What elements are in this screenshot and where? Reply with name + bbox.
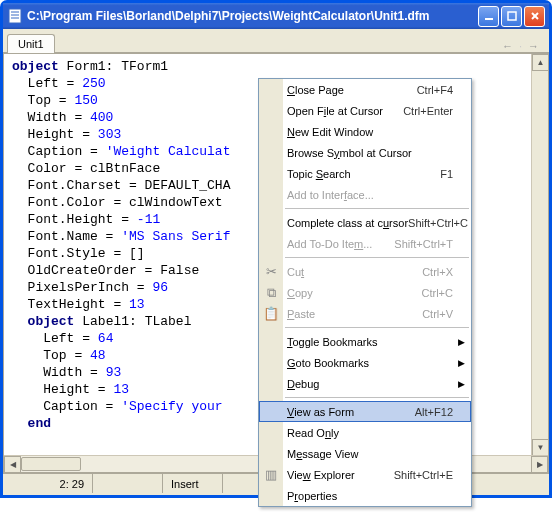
menu-item-shortcut: Ctrl+Enter <box>403 105 453 117</box>
menu-item-label: Complete class at cursor <box>287 217 408 229</box>
menu-separator <box>285 208 469 209</box>
menu-item-label: Toggle Bookmarks <box>287 336 453 348</box>
menu-item-label: Copy <box>287 287 422 299</box>
menu-item-18[interactable]: View as FormAlt+F12 <box>259 401 471 422</box>
app-icon <box>7 8 23 24</box>
menu-item-label: View Explorer <box>287 469 394 481</box>
menu-item-label: View as Form <box>287 406 415 418</box>
menu-item-19[interactable]: Read Only <box>259 422 471 443</box>
nav-back-icon[interactable]: ← <box>502 40 513 52</box>
scroll-right-button[interactable]: ▶ <box>531 456 548 473</box>
menu-item-0[interactable]: Close PageCtrl+F4 <box>259 79 471 100</box>
menu-item-10: ✂CutCtrl+X <box>259 261 471 282</box>
tab-strip: Unit1 ← · → <box>3 29 549 53</box>
scroll-left-button[interactable]: ◀ <box>4 456 21 473</box>
menu-icon: ✂ <box>263 264 279 280</box>
chevron-right-icon: ▶ <box>458 337 465 347</box>
status-position: 2: 29 <box>3 474 93 493</box>
svg-rect-5 <box>508 12 516 20</box>
menu-item-label: Topic Search <box>287 168 440 180</box>
titlebar[interactable]: C:\Program Files\Borland\Delphi7\Project… <box>3 3 549 29</box>
menu-item-shortcut: Shift+Ctrl+E <box>394 469 453 481</box>
maximize-button[interactable] <box>501 6 522 27</box>
menu-icon: ▥ <box>263 467 279 483</box>
minimize-button[interactable] <box>478 6 499 27</box>
menu-item-21[interactable]: ▥View ExplorerShift+Ctrl+E <box>259 464 471 485</box>
menu-icon: ⧉ <box>263 285 279 301</box>
menu-item-label: Paste <box>287 308 422 320</box>
close-button[interactable] <box>524 6 545 27</box>
nav-buttons: ← · → <box>502 40 545 52</box>
chevron-right-icon: ▶ <box>458 358 465 368</box>
window-title: C:\Program Files\Borland\Delphi7\Project… <box>27 9 478 23</box>
menu-item-16[interactable]: Debug▶ <box>259 373 471 394</box>
menu-item-shortcut: Shift+Ctrl+T <box>394 238 453 250</box>
menu-item-label: Cut <box>287 266 422 278</box>
menu-item-shortcut: Ctrl+F4 <box>417 84 453 96</box>
status-modified <box>93 474 163 493</box>
menu-item-shortcut: Ctrl+C <box>422 287 453 299</box>
svg-rect-4 <box>485 18 493 20</box>
menu-item-11: ⧉CopyCtrl+C <box>259 282 471 303</box>
vertical-scrollbar[interactable]: ▲ ▼ <box>531 54 548 456</box>
scroll-down-button[interactable]: ▼ <box>532 439 549 456</box>
menu-item-8: Add To-Do Item...Shift+Ctrl+T <box>259 233 471 254</box>
menu-item-shortcut: Ctrl+V <box>422 308 453 320</box>
menu-item-label: New Edit Window <box>287 126 453 138</box>
menu-item-shortcut: Alt+F12 <box>415 406 453 418</box>
window-buttons <box>478 6 545 27</box>
chevron-right-icon: ▶ <box>458 379 465 389</box>
nav-forward-icon[interactable]: → <box>528 40 539 52</box>
menu-item-label: Open File at Cursor <box>287 105 403 117</box>
menu-icon: 📋 <box>263 306 279 322</box>
menu-item-label: Debug <box>287 378 453 390</box>
menu-item-15[interactable]: Goto Bookmarks▶ <box>259 352 471 373</box>
status-insert-mode: Insert <box>163 474 223 493</box>
menu-separator <box>285 397 469 398</box>
menu-item-label: Goto Bookmarks <box>287 357 453 369</box>
menu-item-12: 📋PasteCtrl+V <box>259 303 471 324</box>
context-menu[interactable]: Close PageCtrl+F4Open File at CursorCtrl… <box>258 78 472 507</box>
menu-item-5: Add to Interface... <box>259 184 471 205</box>
menu-item-20[interactable]: Message View <box>259 443 471 464</box>
menu-item-3[interactable]: Browse Symbol at Cursor <box>259 142 471 163</box>
menu-item-1[interactable]: Open File at CursorCtrl+Enter <box>259 100 471 121</box>
menu-item-2[interactable]: New Edit Window <box>259 121 471 142</box>
menu-item-label: Close Page <box>287 84 417 96</box>
menu-item-label: Read Only <box>287 427 453 439</box>
hscroll-thumb[interactable] <box>21 457 81 471</box>
menu-item-shortcut: Shift+Ctrl+C <box>408 217 468 229</box>
menu-item-label: Properties <box>287 490 453 502</box>
menu-item-shortcut: Ctrl+X <box>422 266 453 278</box>
menu-item-label: Message View <box>287 448 453 460</box>
menu-separator <box>285 257 469 258</box>
menu-item-22[interactable]: Properties <box>259 485 471 506</box>
menu-separator <box>285 327 469 328</box>
menu-item-7[interactable]: Complete class at cursorShift+Ctrl+C <box>259 212 471 233</box>
menu-item-shortcut: F1 <box>440 168 453 180</box>
menu-item-4[interactable]: Topic SearchF1 <box>259 163 471 184</box>
svg-rect-0 <box>9 9 21 23</box>
menu-item-label: Add To-Do Item... <box>287 238 394 250</box>
scroll-up-button[interactable]: ▲ <box>532 54 549 71</box>
tab-unit1[interactable]: Unit1 <box>7 34 55 53</box>
menu-item-label: Browse Symbol at Cursor <box>287 147 453 159</box>
menu-item-14[interactable]: Toggle Bookmarks▶ <box>259 331 471 352</box>
menu-item-label: Add to Interface... <box>287 189 453 201</box>
